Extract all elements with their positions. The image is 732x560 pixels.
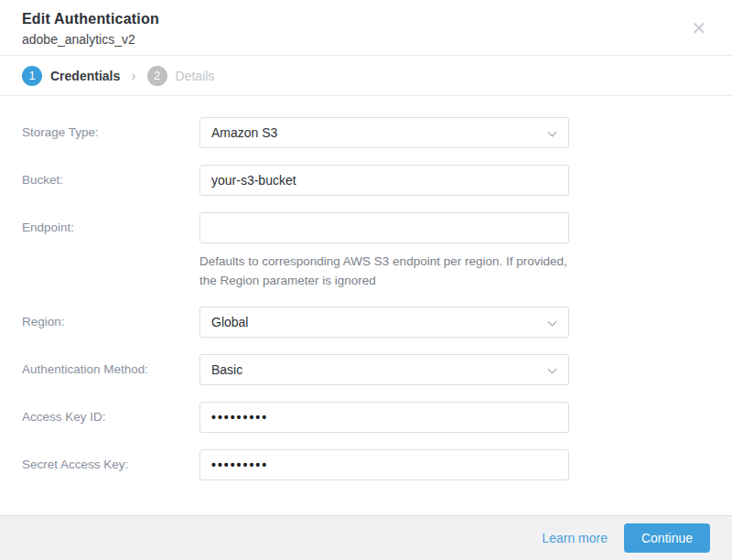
credentials-form: Storage Type: Amazon S3 Bucket: Endpoint… <box>0 96 732 515</box>
field-control: Defaults to corresponding AWS S3 endpoin… <box>199 212 569 290</box>
select-value: Basic <box>211 362 557 377</box>
field-label: Secret Access Key: <box>22 449 199 480</box>
steps-bar: 1 Credentials › 2 Details <box>0 56 732 96</box>
continue-button[interactable]: Continue <box>624 523 710 553</box>
select-value: Amazon S3 <box>211 125 557 140</box>
form-row-storage-type: Storage Type: Amazon S3 <box>22 117 710 148</box>
storage-type-select[interactable]: Amazon S3 <box>199 117 569 148</box>
select-value: Global <box>211 315 557 329</box>
form-row-bucket: Bucket: <box>22 165 710 196</box>
chevron-right-icon: › <box>131 69 135 83</box>
endpoint-field[interactable] <box>199 212 569 243</box>
form-row-authentication-method: Authentication Method: Basic <box>22 354 710 385</box>
step-number-badge: 1 <box>22 66 42 86</box>
field-control: Amazon S3 <box>199 117 569 148</box>
secret-access-key-field[interactable] <box>199 449 569 480</box>
modal-header: Edit Authentication adobe_analytics_v2 ✕ <box>0 0 732 56</box>
learn-more-link[interactable]: Learn more <box>542 531 608 545</box>
field-control <box>199 165 569 196</box>
step-number-badge: 2 <box>147 66 167 86</box>
region-select[interactable]: Global <box>199 307 569 338</box>
step-label: Credentials <box>50 69 120 83</box>
authentication-method-select[interactable]: Basic <box>199 354 569 385</box>
form-row-endpoint: Endpoint: Defaults to corresponding AWS … <box>22 212 710 290</box>
step-credentials[interactable]: 1 Credentials <box>22 66 120 86</box>
connector-name: adobe_analytics_v2 <box>22 32 710 47</box>
field-label: Bucket: <box>22 165 199 196</box>
field-control <box>199 449 569 480</box>
field-label: Access Key ID: <box>22 402 199 433</box>
form-row-secret-access-key: Secret Access Key: <box>22 449 710 480</box>
step-label: Details <box>176 69 215 83</box>
form-row-access-key-id: Access Key ID: <box>22 402 710 433</box>
field-label: Storage Type: <box>22 117 199 148</box>
field-label: Authentication Method: <box>22 354 199 385</box>
step-details[interactable]: 2 Details <box>147 66 215 86</box>
field-control: Basic <box>199 354 569 385</box>
form-row-region: Region: Global <box>22 307 710 338</box>
field-label: Region: <box>22 307 199 338</box>
close-icon[interactable]: ✕ <box>688 17 710 39</box>
bucket-field[interactable] <box>199 165 569 196</box>
field-label: Endpoint: <box>22 212 199 243</box>
field-control <box>199 402 569 433</box>
page-title: Edit Authentication <box>22 11 710 27</box>
access-key-id-field[interactable] <box>199 402 569 433</box>
field-helper-text: Defaults to corresponding AWS S3 endpoin… <box>199 252 569 290</box>
modal-footer: Learn more Continue <box>0 515 732 560</box>
field-control: Global <box>199 307 569 338</box>
